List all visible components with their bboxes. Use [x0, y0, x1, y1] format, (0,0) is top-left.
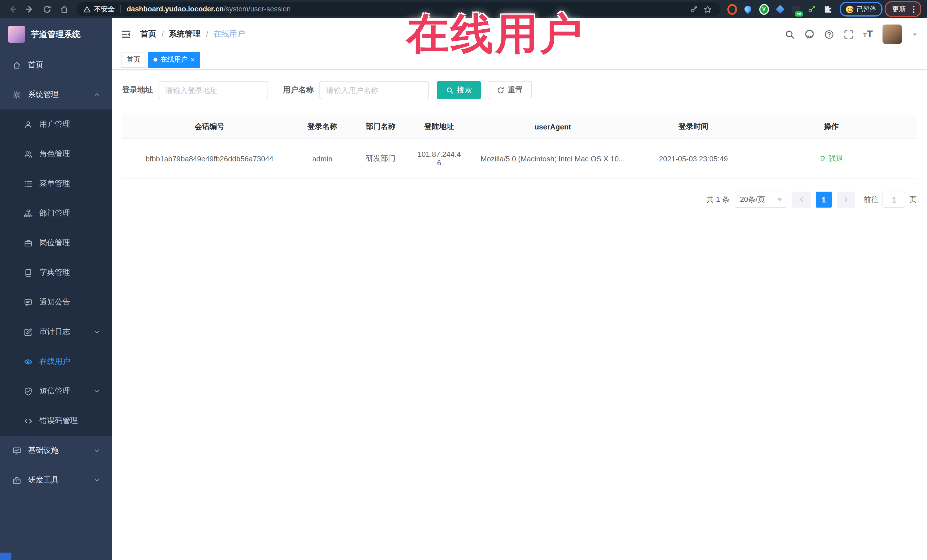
home-icon[interactable]: [57, 2, 71, 16]
active-dot-icon: [153, 58, 158, 62]
ubuntu-extension-icon[interactable]: [727, 4, 737, 14]
breadcrumb-system[interactable]: 系统管理: [169, 29, 201, 39]
book-icon: [24, 268, 32, 277]
sidebar-toggle-icon[interactable]: [121, 29, 131, 39]
chevron-down-icon: [94, 477, 100, 484]
goto-page-input[interactable]: [883, 191, 905, 208]
page-number-1[interactable]: 1: [816, 191, 832, 208]
breadcrumb: 首页 / 系统管理 / 在线用户: [140, 29, 245, 39]
sidebar-item-departments[interactable]: 部门管理: [0, 199, 112, 228]
help-icon[interactable]: [824, 29, 834, 39]
sidebar-item-posts[interactable]: 岗位管理: [0, 228, 112, 258]
chevron-down-icon: [778, 198, 782, 201]
url-text[interactable]: dashboard.yudao.iocoder.cn/system/user-s…: [127, 5, 291, 13]
online-eye-icon: [24, 357, 32, 366]
corner-marker: [0, 552, 11, 560]
table-row: bfbb1ab79ba849e49fb26ddb56a73044 admin 研…: [122, 138, 917, 179]
annotation-title: 在线用户: [406, 6, 584, 63]
cell-user-agent: Mozilla/5.0 (Macintosh; Intel Mac OS X 1…: [465, 138, 641, 179]
page-size-select[interactable]: 20条/页: [735, 191, 787, 208]
cell-dept-name: 研发部门: [348, 138, 413, 179]
address-bar[interactable]: 不安全 dashboard.yudao.iocoder.cn/system/us…: [76, 2, 720, 16]
omnibox-divider: [120, 5, 121, 13]
col-login-name: 登录名称: [297, 115, 348, 138]
chevron-down-icon: [94, 447, 100, 454]
sidebar-item-system[interactable]: 系统管理: [0, 80, 112, 109]
sidebar-item-home[interactable]: 首页: [0, 50, 112, 80]
goto-label: 前往: [864, 194, 878, 205]
col-actions: 操作: [746, 115, 917, 138]
sidebar-item-sms[interactable]: 短信管理: [0, 376, 112, 406]
tab-online-users[interactable]: 在线用户: [148, 52, 200, 68]
sidebar-item-infrastructure[interactable]: 基础设施: [0, 436, 112, 465]
close-tab-icon[interactable]: [190, 56, 195, 63]
gem-extension-icon[interactable]: [775, 4, 785, 14]
sidebar-item-audit-logs[interactable]: 审计日志: [0, 317, 112, 347]
browser-menu-icon[interactable]: [909, 5, 917, 14]
font-size-icon[interactable]: TT: [863, 29, 873, 40]
forward-icon[interactable]: [23, 2, 36, 16]
total-count: 共 1 条: [707, 194, 729, 205]
sidebar-item-roles[interactable]: 角色管理: [0, 139, 112, 169]
chevron-down-icon: [94, 388, 100, 395]
tab-home[interactable]: 首页: [122, 52, 146, 68]
bookmark-star-icon[interactable]: [701, 2, 714, 16]
reset-button[interactable]: 重置: [488, 81, 532, 99]
sidebar-item-notices[interactable]: 通知公告: [0, 287, 112, 317]
roles-icon: [24, 150, 32, 158]
gear-icon: [12, 90, 21, 99]
sidebar-item-dev-tools[interactable]: 研发工具: [0, 465, 112, 495]
fullscreen-icon[interactable]: [844, 29, 853, 39]
org-tree-icon: [24, 209, 32, 217]
monitor-icon: [12, 446, 21, 455]
key-extension-icon[interactable]: [807, 4, 817, 14]
username-label: 用户名称: [283, 85, 314, 95]
search-button[interactable]: 搜索: [437, 81, 481, 99]
sidebar-item-dictionary[interactable]: 字典管理: [0, 258, 112, 287]
cell-login-time: 2021-05-03 23:05:49: [641, 138, 746, 179]
security-label[interactable]: 不安全: [94, 4, 115, 14]
sidebar-item-error-codes[interactable]: 错误码管理: [0, 406, 112, 436]
url-domain: dashboard.yudao.iocoder.cn: [127, 5, 223, 13]
table-header-row: 会话编号 登录名称 部门名称 登陆地址 userAgent 登录时间 操作: [122, 115, 917, 138]
user-avatar[interactable]: [883, 24, 902, 44]
login-address-label: 登录地址: [122, 85, 153, 95]
github-icon[interactable]: [804, 29, 815, 39]
cell-login-name: admin: [297, 138, 348, 179]
col-dept-name: 部门名称: [348, 115, 413, 138]
login-address-input[interactable]: [159, 81, 268, 99]
user-icon: [24, 120, 32, 129]
home-icon: [12, 61, 21, 69]
extensions-row: V en: [727, 4, 833, 14]
translate-extension-icon[interactable]: en: [791, 4, 801, 14]
chevron-down-icon: [94, 328, 100, 335]
next-page-button[interactable]: [837, 191, 855, 208]
browser-update-button[interactable]: 更新: [885, 1, 921, 17]
force-logout-button[interactable]: 强退: [819, 153, 843, 164]
avatar-caret-icon[interactable]: [912, 31, 918, 37]
sidebar-item-online-users[interactable]: 在线用户: [0, 347, 112, 376]
edit-log-icon: [24, 328, 32, 336]
profile-emoji-icon: [846, 5, 853, 13]
sidebar: 芋道管理系统 首页 系统管理 用户管理 角色管理: [0, 18, 112, 560]
v-extension-icon[interactable]: V: [759, 4, 769, 14]
shield-icon: [24, 387, 32, 396]
search-icon[interactable]: [785, 29, 795, 39]
sidebar-item-users[interactable]: 用户管理: [0, 109, 112, 139]
briefcase-icon: [24, 239, 32, 247]
code-icon: [24, 417, 32, 425]
breadcrumb-current: 在线用户: [213, 29, 245, 39]
password-key-icon[interactable]: [687, 2, 701, 16]
username-input[interactable]: [319, 81, 429, 99]
extensions-puzzle-icon[interactable]: [823, 4, 833, 14]
drop-extension-icon[interactable]: [743, 4, 753, 14]
back-icon[interactable]: [6, 2, 20, 16]
reload-icon[interactable]: [40, 2, 54, 16]
app-logo[interactable]: 芋道管理系统: [0, 18, 112, 50]
breadcrumb-home[interactable]: 首页: [140, 29, 156, 39]
pagination: 共 1 条 20条/页 1 前往 页: [122, 191, 917, 208]
profile-paused-badge[interactable]: 已暂停: [839, 2, 883, 17]
app-title: 芋道管理系统: [31, 29, 81, 39]
prev-page-button[interactable]: [792, 191, 811, 208]
sidebar-item-menus[interactable]: 菜单管理: [0, 169, 112, 199]
